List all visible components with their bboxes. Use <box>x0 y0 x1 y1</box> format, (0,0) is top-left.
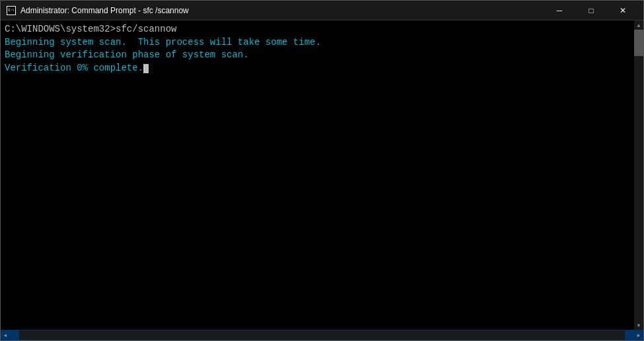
cmd-app-icon <box>6 5 17 16</box>
scroll-up-arrow[interactable]: ▲ <box>634 20 643 30</box>
scroll-track[interactable] <box>634 30 643 321</box>
console-line-5: Verification 0% complete. <box>5 62 639 75</box>
scroll-thumb[interactable] <box>634 30 643 56</box>
cmd-icon <box>7 6 16 15</box>
minimize-icon: ─ <box>557 7 563 15</box>
scroll-left-arrow[interactable]: ◄ <box>1 330 10 340</box>
close-icon: ✕ <box>620 7 626 15</box>
close-button[interactable]: ✕ <box>608 1 638 20</box>
console-body[interactable]: C:\WINDOWS\system32>sfc/scannowBeginning… <box>1 20 643 330</box>
cursor <box>143 64 149 73</box>
bottom-bar: ◄ ► <box>1 330 643 340</box>
title-bar: Administrator: Command Prompt - sfc /sca… <box>1 1 643 20</box>
window-controls: ─ □ ✕ <box>544 1 638 20</box>
cmd-window: Administrator: Command Prompt - sfc /sca… <box>0 0 644 341</box>
window-title: Administrator: Command Prompt - sfc /sca… <box>20 6 189 15</box>
maximize-button[interactable]: □ <box>576 1 606 20</box>
maximize-icon: □ <box>589 7 593 15</box>
title-bar-left: Administrator: Command Prompt - sfc /sca… <box>6 5 189 16</box>
console-line-0: C:\WINDOWS\system32>sfc/scannow <box>5 23 639 36</box>
minimize-button[interactable]: ─ <box>544 1 575 20</box>
horizontal-scrollbar[interactable] <box>19 330 625 340</box>
scroll-right-arrow[interactable]: ► <box>634 330 643 340</box>
console-line-2: Beginning system scan. This process will… <box>5 36 639 49</box>
console-line-4: Beginning verification phase of system s… <box>5 49 639 62</box>
vertical-scrollbar[interactable]: ▲ ▼ <box>634 20 643 330</box>
console-output: C:\WINDOWS\system32>sfc/scannowBeginning… <box>5 23 639 75</box>
scroll-down-arrow[interactable]: ▼ <box>634 321 643 330</box>
